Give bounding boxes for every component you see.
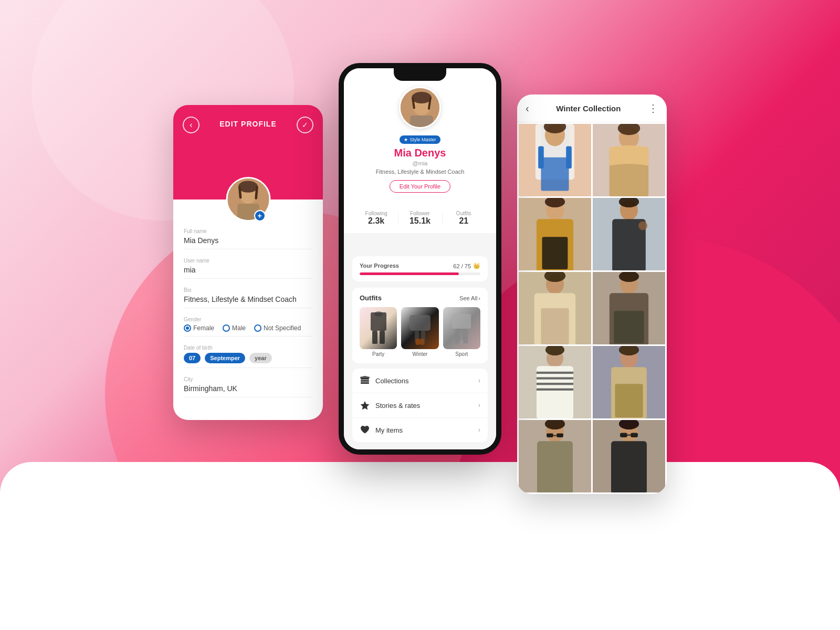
outfits-grid: Party — [360, 307, 480, 357]
radio-male[interactable]: Male — [223, 324, 246, 332]
photo-cell-1[interactable] — [519, 124, 591, 196]
svg-rect-84 — [620, 433, 627, 437]
collections-icon — [360, 375, 370, 386]
svg-rect-66 — [537, 377, 573, 379]
stat-outfits-label: Outfits — [442, 211, 486, 216]
svg-rect-25 — [361, 378, 369, 380]
outfit-card-sport[interactable]: Sport — [443, 307, 480, 357]
check-button[interactable]: ✓ — [297, 117, 313, 133]
fullname-value[interactable]: Mia Denys — [184, 236, 312, 245]
photo-person-8 — [593, 346, 665, 418]
stat-follower: Follower 15.1k — [398, 211, 442, 226]
outfit-thumb-sport — [443, 307, 480, 349]
gender-field: Gender Female Male Not Specified — [184, 317, 312, 337]
progress-value: 62 / 75 👑 — [453, 262, 480, 269]
phone-edit-profile: ‹ EDIT PROFILE ✓ + — [173, 105, 323, 420]
svg-rect-20 — [420, 339, 424, 345]
stories-icon — [360, 400, 370, 411]
photo-cell-5[interactable] — [519, 272, 591, 344]
outfits-header: Outfits See All › — [360, 294, 480, 302]
svg-rect-68 — [537, 388, 573, 391]
photo-cell-10[interactable] — [593, 420, 665, 492]
city-value[interactable]: Birmingham, UK — [184, 384, 312, 393]
svg-marker-29 — [361, 401, 370, 410]
dob-year[interactable]: year — [249, 353, 272, 363]
svg-rect-85 — [631, 433, 638, 437]
outfits-title: Outfits — [360, 294, 382, 302]
profile-avatar — [399, 87, 441, 129]
svg-rect-36 — [541, 158, 569, 191]
progress-bar-bg — [360, 272, 480, 275]
svg-rect-79 — [553, 435, 556, 436]
photo-cell-8[interactable] — [593, 346, 665, 418]
collections-chevron: › — [478, 377, 480, 384]
outfit-thumb-party — [360, 307, 397, 349]
radio-male-dot — [223, 324, 230, 332]
stat-follower-value: 15.1k — [398, 216, 442, 226]
outfit-card-party[interactable]: Party — [360, 307, 397, 357]
svg-rect-19 — [416, 339, 420, 345]
radio-notspecified-label: Not Specified — [264, 324, 301, 332]
outfit-thumb-winter — [401, 307, 438, 349]
svg-marker-28 — [360, 376, 370, 378]
radio-female-dot — [184, 324, 191, 332]
chevron-right-icon: › — [478, 295, 480, 301]
photo-cell-3[interactable] — [519, 198, 591, 270]
svg-rect-22 — [455, 329, 460, 343]
photo-cell-2[interactable] — [593, 124, 665, 196]
star-icon: ★ — [404, 137, 408, 142]
svg-point-51 — [638, 222, 647, 230]
menu-item-stories[interactable]: Stories & rates › — [352, 393, 488, 418]
winter-more-btn[interactable]: ⋮ — [648, 102, 658, 114]
bio-field: Bio Fitness, Lifestyle & Mindset Coach — [184, 287, 312, 308]
photo-cell-9[interactable] — [519, 420, 591, 492]
profile-bio: Fitness, Lifestyle & Mindset Coach — [344, 169, 496, 175]
menu-section: Collections › Stories & rates › — [352, 369, 488, 442]
svg-rect-80 — [537, 441, 573, 492]
stat-following-label: Following — [354, 211, 398, 216]
back-button[interactable]: ‹ — [183, 117, 200, 133]
svg-point-15 — [374, 311, 383, 317]
stat-following: Following 2.3k — [354, 211, 398, 226]
svg-rect-8 — [410, 116, 433, 129]
radio-female[interactable]: Female — [184, 324, 214, 332]
svg-rect-23 — [463, 329, 468, 343]
menu-myitems-text: My items — [375, 426, 473, 434]
menu-item-myitems[interactable]: My items › — [352, 418, 488, 442]
see-all-link[interactable]: See All › — [459, 295, 480, 301]
photo-cell-6[interactable] — [593, 272, 665, 344]
dob-month[interactable]: Septemper — [205, 353, 245, 363]
bio-label: Bio — [184, 287, 312, 293]
radio-female-label: Female — [193, 324, 214, 332]
menu-stories-text: Stories & rates — [375, 402, 473, 410]
winter-back-btn[interactable]: ‹ — [526, 102, 529, 114]
outfit-card-winter[interactable]: Winter — [401, 307, 438, 357]
outfits-section: Outfits See All › — [352, 288, 488, 363]
menu-item-collections[interactable]: Collections › — [352, 369, 488, 393]
dob-day[interactable]: 07 — [184, 353, 201, 363]
stat-following-value: 2.3k — [354, 216, 398, 226]
edit-profile-button[interactable]: Edit Your Profile — [390, 180, 450, 193]
photo-cell-7[interactable] — [519, 346, 591, 418]
radio-notspecified[interactable]: Not Specified — [254, 324, 301, 332]
heart-icon — [360, 425, 370, 435]
bio-value[interactable]: Fitness, Lifestyle & Mindset Coach — [184, 295, 312, 303]
progress-bar-fill — [360, 272, 459, 275]
username-value[interactable]: mia — [184, 266, 312, 274]
username-label: User name — [184, 258, 312, 264]
outfit-label-winter: Winter — [401, 351, 438, 357]
progress-num: 62 / 75 — [453, 263, 471, 269]
edit-profile-body: Full name Mia Denys User name mia Bio Fi… — [173, 200, 323, 416]
gender-radio-group: Female Male Not Specified — [184, 324, 312, 332]
photo-grid — [517, 122, 667, 494]
svg-rect-86 — [627, 435, 631, 436]
add-avatar-icon[interactable]: + — [254, 210, 266, 222]
svg-rect-60 — [614, 311, 644, 343]
svg-rect-55 — [541, 308, 569, 344]
phone-notch — [394, 68, 446, 81]
svg-point-3 — [238, 181, 257, 192]
photo-person-6 — [593, 272, 665, 344]
photo-cell-4[interactable] — [593, 198, 665, 270]
phones-container: ‹ EDIT PROFILE ✓ + — [0, 63, 840, 494]
outfit-label-party: Party — [360, 351, 397, 357]
